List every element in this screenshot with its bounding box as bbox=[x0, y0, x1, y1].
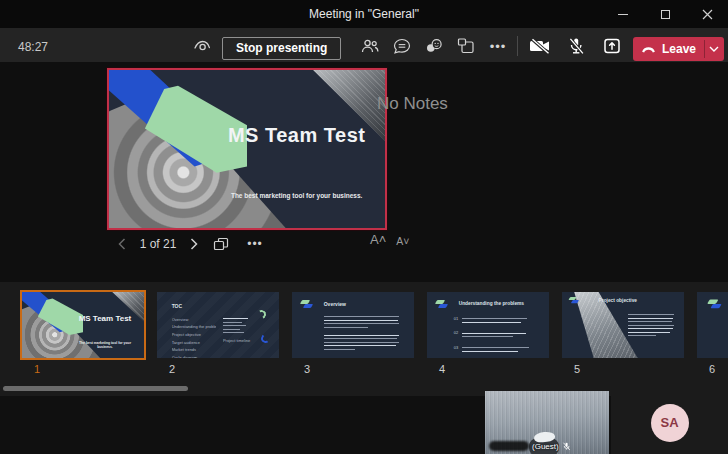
thumbnail-5-title: Project objective bbox=[599, 298, 637, 303]
slide-more-options-button[interactable]: ••• bbox=[238, 237, 272, 251]
slide-filmstrip: MS Team Test The best marketing tool for… bbox=[0, 282, 728, 396]
presenter-view-button[interactable] bbox=[193, 38, 213, 54]
leaf-icon bbox=[569, 297, 579, 304]
font-decrease-button[interactable]: A˅ bbox=[396, 235, 409, 247]
thumbnail-4-content: Understanding the problems 01 02 03 bbox=[427, 292, 549, 358]
chevron-right-icon bbox=[190, 238, 198, 250]
people-icon bbox=[361, 38, 379, 54]
hang-up-icon bbox=[641, 45, 656, 53]
leave-options-button[interactable] bbox=[705, 37, 724, 61]
slide-navigation: 1 of 21 ••• bbox=[112, 234, 272, 254]
meeting-toolbar: 48:27 Stop presenting bbox=[0, 28, 728, 62]
more-options-button[interactable]: ••• bbox=[488, 37, 508, 55]
thumbnail-4-body-placeholder: 01 02 03 bbox=[454, 316, 535, 358]
grid-view-button[interactable] bbox=[204, 237, 238, 251]
chat-icon bbox=[393, 38, 411, 54]
thumbnail-2-content: TOC Overview Understanding the problems … bbox=[157, 292, 279, 358]
camera-toggle-button[interactable] bbox=[529, 36, 551, 56]
participant-muted-icon bbox=[562, 442, 571, 451]
minimize-button[interactable] bbox=[602, 0, 644, 28]
leaf-icon bbox=[301, 300, 314, 309]
close-icon bbox=[702, 9, 713, 20]
thumbnail-2-title: TOC bbox=[172, 303, 182, 309]
slide-subtitle-text: The best marketing tool for your busines… bbox=[225, 192, 369, 199]
thumbnail-1-subtitle: The best marketing tool for your busines… bbox=[73, 341, 136, 349]
blurred-name bbox=[489, 441, 529, 451]
reactions-icon bbox=[425, 38, 443, 54]
stop-presenting-button[interactable]: Stop presenting bbox=[222, 37, 341, 60]
guest-label: (Guest) bbox=[532, 442, 559, 451]
thumbnail-3-body-placeholder bbox=[324, 314, 400, 353]
leave-label: Leave bbox=[662, 42, 696, 56]
avatar: SA bbox=[651, 404, 689, 442]
previous-slide-button[interactable] bbox=[112, 236, 132, 252]
show-conversation-button[interactable] bbox=[392, 37, 412, 55]
chevron-left-icon bbox=[118, 238, 126, 250]
thumbnail-1-number: 1 bbox=[34, 363, 40, 375]
camera-off-icon bbox=[529, 38, 551, 54]
teams-meeting-window: Meeting in "General" 48:27 Stop presenti… bbox=[0, 0, 728, 454]
share-icon bbox=[603, 37, 621, 55]
leaf-icon bbox=[709, 299, 723, 309]
current-slide-preview[interactable]: MS Team Test The best marketing tool for… bbox=[107, 68, 387, 230]
grid-view-icon bbox=[213, 237, 229, 251]
thumbnail-4-number: 4 bbox=[439, 363, 445, 375]
leave-button-main[interactable]: Leave bbox=[633, 37, 704, 61]
mic-off-icon bbox=[567, 37, 585, 55]
slide-thumbnail-6[interactable]: Target 6 bbox=[695, 290, 728, 360]
leave-button[interactable]: Leave bbox=[633, 37, 724, 61]
breakout-rooms-button[interactable] bbox=[456, 37, 476, 55]
horizontal-scrollbar[interactable] bbox=[3, 386, 188, 391]
breakout-rooms-icon bbox=[457, 38, 475, 54]
share-tray-button[interactable] bbox=[601, 36, 623, 56]
maximize-button[interactable] bbox=[644, 0, 686, 28]
notes-font-controls: A˄ A˅ bbox=[370, 232, 409, 247]
thumbnail-3-content: Overview bbox=[292, 292, 414, 358]
slide-thumbnail-3[interactable]: Overview 3 bbox=[290, 290, 416, 360]
meeting-timer: 48:27 bbox=[18, 40, 48, 54]
thumbnail-5-number: 5 bbox=[574, 363, 580, 375]
maximize-icon bbox=[661, 10, 670, 19]
thumbnail-3-title: Overview bbox=[324, 301, 346, 307]
thumbnail-1-cover: MS Team Test The best marketing tool for… bbox=[22, 292, 144, 358]
participant-name-label: (Guest) bbox=[489, 441, 571, 451]
slide-position-indicator: 1 of 21 bbox=[132, 237, 184, 251]
thumbnail-row: MS Team Test The best marketing tool for… bbox=[20, 290, 728, 360]
mic-toggle-button[interactable] bbox=[565, 36, 587, 56]
thumbnail-5-body-placeholder bbox=[628, 312, 674, 339]
thumbnail-1-title: MS Team Test bbox=[71, 314, 139, 323]
toolbar-icon-group: ••• bbox=[360, 36, 508, 56]
close-button[interactable] bbox=[686, 0, 728, 28]
toc-list-right: Project timeline bbox=[223, 316, 255, 345]
next-slide-button[interactable] bbox=[184, 236, 204, 252]
font-increase-button[interactable]: A˄ bbox=[370, 232, 386, 247]
thumbnail-3-number: 3 bbox=[304, 363, 310, 375]
slide-title-text: MS Team Test bbox=[219, 124, 374, 147]
leaf-icon bbox=[436, 300, 449, 309]
avatar-initials: SA bbox=[660, 415, 678, 430]
more-options-icon: ••• bbox=[490, 39, 507, 54]
toc-list-left: Overview Understanding the problems Proj… bbox=[172, 316, 216, 358]
slide-thumbnail-1[interactable]: MS Team Test The best marketing tool for… bbox=[20, 290, 146, 360]
slide-thumbnail-2[interactable]: TOC Overview Understanding the problems … bbox=[155, 290, 281, 360]
slide-thumbnail-4[interactable]: Understanding the problems 01 02 03 bbox=[425, 290, 551, 360]
thumbnail-2-number: 2 bbox=[169, 363, 175, 375]
show-participants-button[interactable] bbox=[360, 37, 380, 55]
thumbnail-6-content: Target bbox=[697, 292, 728, 358]
participant-avatar-tile[interactable]: SA bbox=[611, 391, 728, 454]
title-bar: Meeting in "General" bbox=[0, 0, 728, 28]
minimize-icon bbox=[618, 14, 628, 15]
presentation-stage: MS Team Test The best marketing tool for… bbox=[0, 62, 728, 282]
eye-icon bbox=[193, 38, 212, 54]
thumbnail-6-number: 6 bbox=[709, 363, 715, 375]
thumbnail-5-content: Project objective bbox=[562, 292, 684, 358]
device-icon-group bbox=[529, 35, 623, 57]
participant-video-tile[interactable]: (Guest) bbox=[485, 391, 609, 454]
slide-cover-design: MS Team Test The best marketing tool for… bbox=[109, 70, 385, 228]
notes-empty-text: No Notes bbox=[377, 94, 448, 114]
slide-thumbnail-5[interactable]: Project objective 5 bbox=[560, 290, 686, 360]
window-controls bbox=[602, 0, 728, 28]
thumbnail-4-title: Understanding the problems bbox=[459, 301, 524, 306]
reactions-button[interactable] bbox=[424, 37, 444, 55]
toolbar-separator bbox=[517, 36, 518, 56]
